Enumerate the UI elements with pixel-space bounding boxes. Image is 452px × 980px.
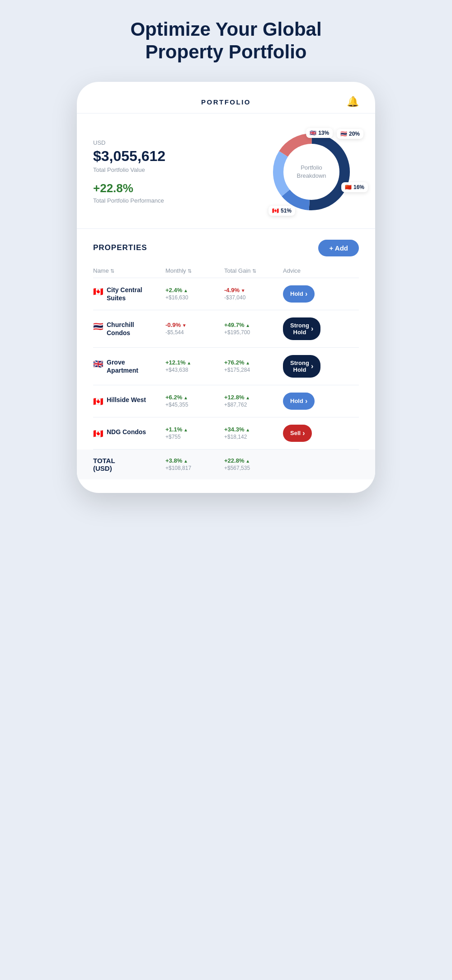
portfolio-value-label: Total Portfolio Value [93,166,255,173]
monthly-val: +$43,638 [165,367,224,373]
advice-cell: Hold [283,285,328,303]
gain-pct: +12.8% [224,394,283,401]
properties-header: PROPERTIES + Add [93,240,359,256]
advice-cell: Hold [283,393,328,410]
monthly-metric: +1.1% +$755 [165,426,224,440]
property-name-cell: 🇬🇧 GroveApartment [93,358,165,374]
total-monthly-val: +$108,817 [165,465,224,471]
monthly-metric: +2.4% +$16,630 [165,287,224,301]
gain-val: +$175,284 [224,367,283,373]
advice-cell: Sell [283,425,328,442]
table-row: 🇨🇦 NDG Condos +1.1% +$755 +34.3% +$18,14… [93,417,359,450]
flag-thailand: 🇹🇭 [93,322,103,331]
total-row: TOTAL(USD) +3.8% +$108,817 +22.8% +$567,… [77,450,375,479]
property-name: NDG Condos [107,428,146,436]
gain-metric: +34.3% +$18,142 [224,426,283,440]
portfolio-chart: Portfolio Breakdown 🇬🇧 13% 🇹🇭 20% 🇨🇳 16%… [264,124,359,219]
total-gain-val: +$567,535 [224,465,283,471]
col-total-gain[interactable]: Total Gain [224,267,283,274]
currency-label: USD [93,139,255,146]
table-row: 🇨🇦 City CentralSuites +2.4% +$16,630 -4.… [93,278,359,310]
gain-val: +$18,142 [224,434,283,440]
property-name: GroveApartment [107,358,138,374]
properties-section: PROPERTIES + Add Name Monthly Total Gain… [77,229,375,479]
monthly-pct: +6.2% [165,394,224,401]
gain-pct: +76.2% [224,359,283,366]
hold-button[interactable]: Hold [283,285,315,303]
gain-metric: -4.9% -$37,040 [224,287,283,301]
hold-button[interactable]: Hold [283,393,315,410]
gain-pct: +34.3% [224,426,283,433]
bell-icon[interactable]: 🔔 [347,96,359,108]
property-name-cell: 🇨🇦 City CentralSuites [93,286,165,302]
flag-canada: 🇨🇦 [93,429,103,439]
gain-metric: +49.7% +$195,700 [224,322,283,336]
total-label-cell: TOTAL(USD) [93,457,165,472]
property-name-cell: 🇹🇭 ChurchillCondos [93,321,165,337]
table-row: 🇹🇭 ChurchillCondos -0.9% -$5,544 +49.7% … [93,310,359,348]
monthly-pct: +12.1% [165,359,224,366]
advice-cell: StrongHold [283,355,328,378]
total-monthly-pct: +3.8% [165,457,224,464]
gain-metric: +12.8% +$87,762 [224,394,283,408]
monthly-metric: -0.9% -$5,544 [165,322,224,336]
properties-title: PROPERTIES [93,243,147,252]
tooltip-canada: 🇨🇦 51% [268,206,295,216]
property-name-cell: 🇨🇦 NDG Condos [93,428,165,439]
phone-inner: PORTFOLIO 🔔 USD $3,055,612 Total Portfol… [77,82,375,493]
total-label: TOTAL(USD) [93,457,115,472]
table-row: 🇬🇧 GroveApartment +12.1% +$43,638 +76.2%… [93,348,359,385]
add-property-button[interactable]: + Add [318,240,359,256]
portfolio-section: USD $3,055,612 Total Portfolio Value +22… [77,114,375,229]
gain-val: +$195,700 [224,329,283,336]
col-monthly[interactable]: Monthly [165,267,224,274]
strong-hold-button[interactable]: StrongHold [283,317,320,340]
tooltip-uk: 🇬🇧 13% [306,128,333,138]
tooltip-thailand: 🇹🇭 20% [337,129,363,139]
monthly-val: +$45,355 [165,402,224,408]
monthly-pct: -0.9% [165,322,224,328]
portfolio-value: $3,055,612 [93,148,255,165]
flag-canada: 🇨🇦 [93,287,103,297]
advice-cell: StrongHold [283,317,328,340]
portfolio-performance-label: Total Portfolio Performance [93,197,255,204]
property-name: ChurchillCondos [107,321,134,337]
portfolio-stats: USD $3,055,612 Total Portfolio Value +22… [93,139,255,204]
gain-val: +$87,762 [224,402,283,408]
total-gain-pct: +22.8% [224,457,283,464]
gain-val: -$37,040 [224,294,283,301]
total-gain-metric: +22.8% +$567,535 [224,457,283,471]
table-row: 🇨🇦 Hillside West +6.2% +$45,355 +12.8% +… [93,385,359,417]
tooltip-china: 🇨🇳 16% [341,182,368,192]
gain-pct: -4.9% [224,287,283,294]
col-advice: Advice [283,267,328,274]
table-header: Name Monthly Total Gain Advice [93,264,359,278]
monthly-val: +$755 [165,434,224,440]
gain-metric: +76.2% +$175,284 [224,359,283,373]
monthly-metric: +12.1% +$43,638 [165,359,224,373]
hero-title: Optimize Your Global Property Portfolio [113,18,339,64]
property-name-cell: 🇨🇦 Hillside West [93,396,165,407]
gain-pct: +49.7% [224,322,283,328]
monthly-val: +$16,630 [165,294,224,301]
monthly-pct: +2.4% [165,287,224,294]
header-title: PORTFOLIO [201,98,251,106]
sell-button[interactable]: Sell [283,425,312,442]
col-name[interactable]: Name [93,267,165,274]
flag-uk: 🇬🇧 [93,359,103,369]
phone-frame: PORTFOLIO 🔔 USD $3,055,612 Total Portfol… [77,82,375,493]
property-name: City CentralSuites [107,286,142,302]
property-name: Hillside West [107,396,146,404]
monthly-pct: +1.1% [165,426,224,433]
flag-canada: 🇨🇦 [93,397,103,407]
monthly-metric: +6.2% +$45,355 [165,394,224,408]
app-header: PORTFOLIO 🔔 [77,82,375,114]
monthly-val: -$5,544 [165,329,224,336]
strong-hold-button[interactable]: StrongHold [283,355,320,378]
total-monthly-metric: +3.8% +$108,817 [165,457,224,471]
portfolio-performance: +22.8% [93,181,255,195]
